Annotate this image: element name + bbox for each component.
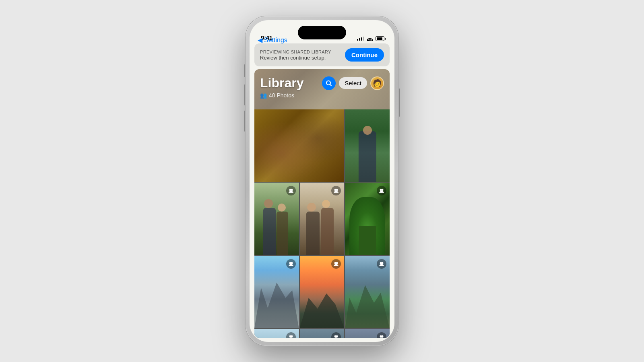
photo-cell-4[interactable] [300,183,345,255]
battery-body [376,36,384,41]
svg-point-17 [336,335,338,337]
shared-users-icon-4 [334,189,339,193]
shared-library-icon: 👥 [260,92,267,99]
svg-point-7 [381,189,383,191]
search-icon [326,80,332,86]
phone-device: 9:41 [246,16,398,346]
photo-cell-3[interactable] [254,183,299,255]
signal-bar-3 [361,37,362,41]
library-count-row: 👥 40 Photos [260,92,384,99]
person-sil-4b [321,208,334,255]
shared-users-icon-5 [379,189,384,193]
library-header-content: Library Select 🧑 [254,69,390,105]
mountain-3 [345,278,390,328]
svg-line-1 [330,84,331,86]
person-head-2 [363,126,372,135]
svg-point-15 [291,335,293,337]
photo-cell-9[interactable] [254,329,299,338]
user-avatar-button[interactable]: 🧑 [370,76,384,90]
signal-icon [357,37,364,41]
battery-tip [385,38,386,40]
search-button[interactable] [322,76,336,90]
library-actions: Select 🧑 [322,76,384,90]
back-label: Settings [264,37,287,44]
person-sil-3b [277,212,288,255]
avatar-image: 🧑 [373,79,382,88]
photo-cell-5[interactable] [345,183,390,255]
back-arrow-icon: ◀ [258,36,262,44]
shared-users-icon-7 [334,262,339,266]
person-head-4b [322,200,330,208]
shared-users-icon-10 [334,335,339,338]
dynamic-island [298,26,346,39]
person-silhouette-2 [359,131,376,182]
photo-cell-11[interactable] [345,329,390,338]
shared-badge-3 [286,186,296,195]
status-icons [357,36,386,41]
person-head-3b [278,204,286,212]
shared-users-icon-9 [289,335,293,338]
wifi-icon [367,36,373,41]
person-sil-3a [263,208,276,255]
photo-cell-6[interactable] [254,256,299,328]
shared-users-icon-3 [289,189,293,193]
mountain-1 [254,278,299,328]
shared-badge-11 [377,332,386,338]
shared-badge-10 [331,332,341,338]
shared-users-icon-11 [379,335,384,338]
photo-cell-1[interactable] [254,109,344,182]
svg-point-3 [291,189,293,191]
signal-bar-4 [363,37,364,41]
power-button[interactable] [398,88,400,117]
phone-screen: 9:41 [250,20,394,342]
library-header: Library Select 🧑 [254,69,390,109]
settings-back-nav[interactable]: ◀ Settings [258,36,287,44]
svg-point-13 [381,262,383,264]
preview-banner: PREVIEWING SHARED LIBRARY Review then co… [254,43,390,66]
library-title-row: Library Select 🧑 [260,76,384,90]
svg-point-9 [291,262,293,264]
svg-point-19 [381,335,383,337]
person-head-3a [264,199,273,208]
shared-badge-5 [377,186,386,195]
svg-point-5 [336,189,338,191]
battery-icon [376,36,386,41]
shared-users-icon-6 [289,262,293,266]
shared-badge-6 [286,259,296,269]
battery-fill [377,37,382,40]
person-sil-4a [306,212,320,255]
continue-button[interactable]: Continue [345,48,384,62]
photo-cell-7[interactable] [300,256,345,328]
shared-badge-4 [331,186,341,195]
signal-bar-2 [359,38,360,41]
wifi-dot [369,39,371,41]
shared-badge-8 [377,259,386,269]
photo-cell-8[interactable] [345,256,390,328]
signal-bar-1 [357,39,358,41]
preview-title: PREVIEWING SHARED LIBRARY [260,49,331,54]
photo-cell-2[interactable] [345,109,390,182]
select-button[interactable]: Select [339,77,367,89]
person-head-4a [307,203,316,212]
svg-point-11 [336,262,338,264]
preview-subtitle: Review then continue setup. [260,55,331,61]
library-title: Library [260,76,303,90]
shared-badge-9 [286,332,296,338]
photo-count: 40 Photos [269,92,294,99]
photo-cell-10[interactable] [300,329,345,338]
shared-badge-7 [331,259,341,269]
shared-users-icon-8 [379,262,384,266]
preview-text: PREVIEWING SHARED LIBRARY Review then co… [260,49,331,61]
photo-grid [254,109,390,338]
photo-overlay-1 [254,109,344,182]
plant-stem [359,226,376,255]
mountain-2 [300,285,345,328]
